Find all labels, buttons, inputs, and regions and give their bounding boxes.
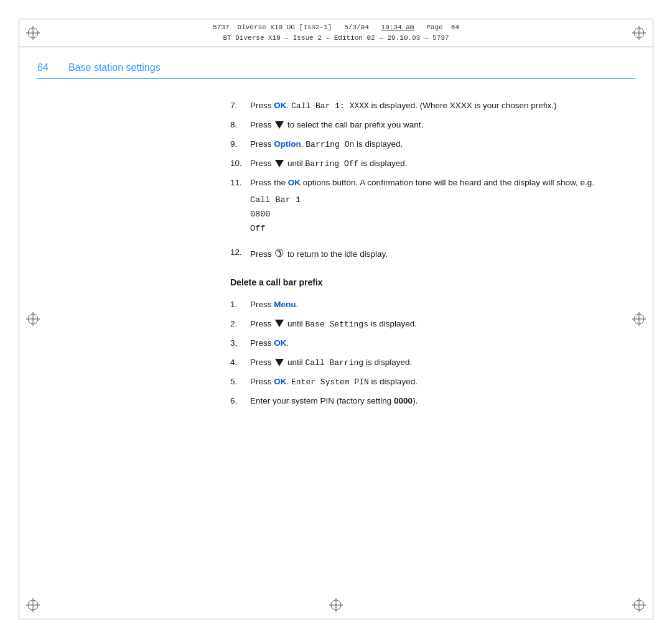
delete-step-6-num: 6. [230, 395, 248, 408]
step-8-num: 8. [230, 119, 248, 132]
delete-step-3-content: Press OK. [250, 337, 635, 350]
delete-step-1: 1. Press Menu. [230, 298, 635, 312]
delete-step-5: 5. Press OK. Enter System PIN is display… [230, 376, 635, 389]
menu-label-1: Menu [274, 300, 296, 309]
delete-step-6-content: Enter your system PIN (factory setting 0… [250, 395, 635, 408]
page-header: 64 Base station settings [37, 62, 635, 79]
delete-step-5-num: 5. [230, 376, 248, 389]
step-9: 9. Press Option. Barring On is displayed… [230, 138, 635, 151]
delete-step-5-content: Press OK. Enter System PIN is displayed. [250, 376, 635, 389]
display-barring-on: Barring On [306, 140, 354, 149]
ok-label-11: OK [288, 178, 301, 187]
page-title: Base station settings [68, 62, 161, 73]
display-barring-off: Barring Off [306, 159, 359, 169]
crosshair-top-left [26, 26, 40, 40]
arrow-down-icon-d2 [275, 320, 284, 327]
step-10: 10. Press until Barring Off is displayed… [230, 157, 635, 170]
arrow-down-icon-d4 [275, 359, 284, 366]
step-12-num: 12. [230, 246, 248, 262]
display-line2: 0800 [250, 210, 270, 219]
delete-step-2-num: 2. [230, 318, 248, 331]
display-enter-pin: Enter System PIN [291, 377, 369, 387]
step-9-num: 9. [230, 138, 248, 151]
page-number: 64 [37, 62, 56, 73]
delete-step-3: 3, Press OK. [230, 337, 635, 350]
delete-step-4-content: Press until Call Barring is displayed. [250, 356, 635, 369]
step-8: 8. Press to select the call bar prefix y… [230, 119, 635, 132]
crosshair-top-right [632, 26, 646, 40]
step-9-content: Press Option. Barring On is displayed. [250, 138, 635, 151]
left-margin [37, 99, 224, 588]
delete-step-4-num: 4. [230, 356, 248, 369]
step-12: 12. Press ✆ to return to the idle displa… [230, 246, 635, 262]
step-10-content: Press until Barring Off is displayed. [250, 157, 635, 170]
step-7: 7. Press OK. Call Bar 1: XXXX is display… [230, 99, 635, 113]
display-call-barring: Call Barring [306, 358, 364, 368]
display-line3: Off [250, 224, 265, 233]
display-call-bar: Call Bar 1: XXXX [291, 101, 369, 111]
delete-step-3-num: 3, [230, 337, 248, 350]
step-10-num: 10. [230, 157, 248, 170]
step-12-content: Press ✆ to return to the idle display. [250, 246, 635, 262]
arrow-down-icon-8 [275, 121, 284, 129]
display-base-settings: Base Settings [306, 320, 368, 329]
delete-step-2-content: Press until Base Settings is displayed. [250, 318, 635, 331]
ok-label-d5: OK [274, 377, 286, 386]
ok-label-7: OK [274, 101, 286, 110]
step-11-num: 11. [230, 177, 248, 240]
arrow-down-icon-10 [275, 160, 284, 167]
delete-step-1-content: Press Menu. [250, 298, 635, 312]
step-11-content: Press the OK options button. A confirmat… [250, 177, 635, 240]
ok-label-d3: OK [274, 338, 286, 348]
step-11: 11. Press the OK options button. A confi… [230, 177, 635, 240]
display-example-block: Call Bar 1 0800 Off [250, 193, 635, 236]
step-8-content: Press to select the call bar prefix you … [250, 119, 635, 132]
phone-return-icon: ✆ [275, 246, 284, 262]
crosshair-bottom-right [632, 598, 646, 612]
pin-default: 0000 [394, 396, 413, 405]
display-line1: Call Bar 1 [250, 195, 301, 205]
option-label-9: Option [274, 139, 301, 149]
crosshair-footer-center [329, 598, 343, 612]
main-content: 7. Press OK. Call Bar 1: XXXX is display… [230, 99, 635, 588]
step-7-num: 7. [230, 99, 248, 113]
delete-step-4: 4. Press until Call Barring is displayed… [230, 356, 635, 369]
crosshair-bottom-left [26, 598, 40, 612]
delete-step-2: 2. Press until Base Settings is displaye… [230, 318, 635, 331]
section-delete-heading: Delete a call bar prefix [230, 276, 635, 290]
delete-step-6: 6. Enter your system PIN (factory settin… [230, 395, 635, 408]
delete-step-1-num: 1. [230, 298, 248, 312]
step-7-content: Press OK. Call Bar 1: XXXX is displayed.… [250, 99, 635, 113]
